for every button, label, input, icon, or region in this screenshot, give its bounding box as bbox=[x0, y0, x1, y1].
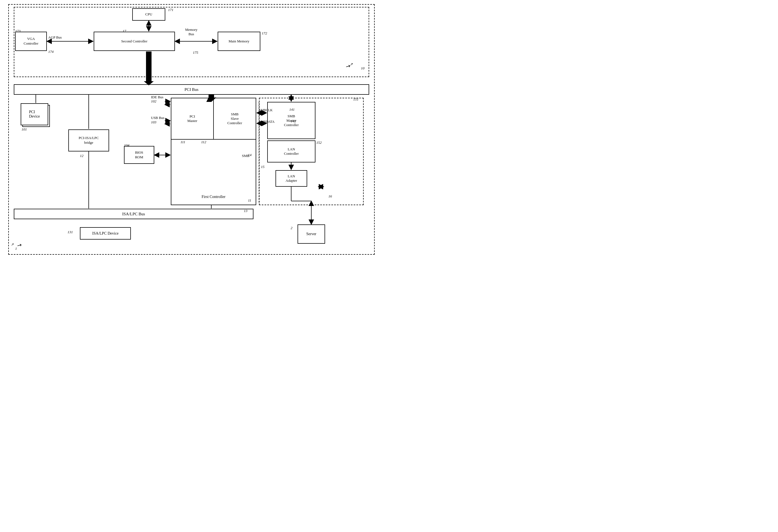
lan-controller-box: LANController bbox=[267, 141, 315, 163]
first-ctrl-top-row: PCIMaster SMBSlaveController bbox=[171, 98, 256, 140]
lan-controller-label: LANController bbox=[284, 147, 299, 156]
ref-isa-bus: 13 bbox=[244, 209, 247, 213]
smbdata-label: SMBDATA bbox=[259, 120, 275, 124]
cpu-label: CPU bbox=[145, 12, 152, 17]
main-memory-box: Main Memory bbox=[218, 32, 260, 51]
ref-usb: 103 bbox=[151, 120, 156, 124]
vga-label: VGAController bbox=[24, 36, 38, 46]
pci-isa-label: PCI-ISA/LPCbridge bbox=[79, 136, 99, 145]
server-label: Server bbox=[306, 232, 317, 236]
ref-main-mem: 172 bbox=[262, 31, 267, 35]
pci-isa-bridge-box: PCI-ISA/LPCbridge bbox=[68, 129, 109, 152]
ref-second-ctrl: 17 bbox=[123, 29, 126, 33]
ref-isa-device: 131 bbox=[68, 230, 73, 234]
memory-bus-label: MemoryBus bbox=[185, 27, 198, 36]
server-box: Server bbox=[298, 225, 325, 244]
pci-bus-bar: PCI Bus bbox=[14, 84, 369, 95]
ref-174: 174 bbox=[48, 50, 54, 54]
ide-bus-label: IDE Bus bbox=[151, 95, 163, 99]
main-memory-label: Main Memory bbox=[229, 39, 249, 44]
isa-bus-label: ISA/LPC Bus bbox=[122, 212, 145, 216]
ref-11: 11 bbox=[248, 198, 251, 203]
first-ctrl-label: First Controller bbox=[171, 195, 256, 199]
cpu-box: CPU bbox=[132, 8, 165, 21]
ref-151: 151 bbox=[353, 97, 359, 102]
ref-smb14: 14 bbox=[248, 153, 251, 157]
ref-175: 175 bbox=[193, 51, 199, 55]
lan-adapter-label: LANAdapter bbox=[286, 174, 297, 183]
agp-bus-label: AGP Bus bbox=[48, 35, 62, 40]
ref-111: 111 bbox=[180, 140, 185, 144]
bios-rom-label: BIOSROM bbox=[135, 150, 143, 160]
pci-device-box: PCIDevice bbox=[21, 103, 48, 125]
lan-adapter-box: LANAdapter bbox=[276, 170, 307, 187]
pci-master-cell: PCIMaster bbox=[171, 98, 214, 139]
arrow-1: ↗ bbox=[11, 242, 14, 247]
vga-controller-box: VGAController bbox=[15, 32, 47, 51]
pci-bus-label: PCI Bus bbox=[184, 87, 199, 92]
ref-bios: 104 bbox=[124, 143, 130, 148]
bios-rom-box: BIOSROM bbox=[124, 146, 154, 164]
first-controller-outer: PCIMaster SMBSlaveController First Contr… bbox=[171, 98, 256, 205]
ref-cpu: 171 bbox=[168, 8, 173, 12]
ref-10: 10 bbox=[361, 66, 365, 71]
isa-bus-bar: ISA/LPC Bus bbox=[14, 209, 253, 219]
ref-server: 2 bbox=[291, 226, 293, 230]
pci-master-label: PCIMaster bbox=[187, 114, 197, 123]
top-section-box bbox=[14, 7, 369, 77]
diagram-container: 1 ↗ 10 ↗ CPU 171 Second Controller 17 Ma… bbox=[0, 0, 389, 266]
second-controller-box: Second Controller bbox=[94, 32, 175, 51]
ref-smbdata: 142 bbox=[291, 119, 296, 123]
ref-pci-device: 101 bbox=[21, 127, 27, 131]
ref-bridge: 12 bbox=[80, 154, 83, 158]
smbclk-label: SMBCLK bbox=[259, 108, 273, 112]
ref-112: 112 bbox=[201, 140, 206, 144]
ref-smbclk: 141 bbox=[289, 107, 295, 112]
smb-slave-cell: SMBSlaveController bbox=[214, 98, 256, 139]
ref-152: 152 bbox=[316, 141, 322, 145]
usb-bus-label: USB Bus bbox=[151, 116, 164, 120]
ref-ide: 102 bbox=[151, 99, 156, 103]
ref-vga: 173 bbox=[15, 29, 21, 33]
pci-device-label: PCIDevice bbox=[29, 110, 40, 119]
ref-smb15: 15 bbox=[261, 165, 264, 169]
ref-16: 16 bbox=[328, 194, 332, 198]
isa-device-label: ISA/LPC Device bbox=[92, 231, 119, 236]
isa-device-box: ISA/LPC Device bbox=[80, 227, 131, 240]
smb-slave-label: SMBSlaveController bbox=[227, 112, 242, 125]
second-controller-label: Second Controller bbox=[121, 39, 147, 44]
